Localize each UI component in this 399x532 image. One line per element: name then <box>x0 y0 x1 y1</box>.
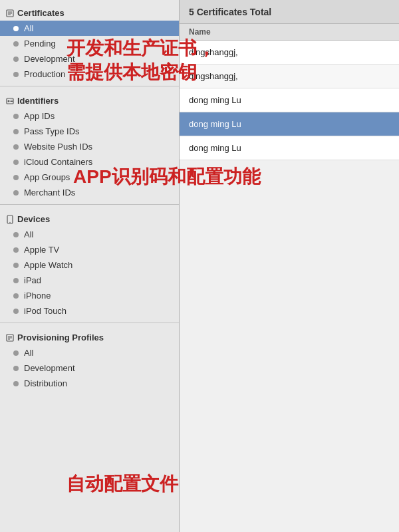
sidebar-item-app-groups[interactable]: App Groups <box>0 170 179 185</box>
sidebar-item-label: Distribution <box>24 378 67 388</box>
table-row[interactable]: dingshanggj, <box>180 65 399 88</box>
column-name: Name <box>189 27 211 37</box>
sidebar-item-apple-tv[interactable]: Apple TV <box>0 242 179 257</box>
row-name: dong ming Lu <box>189 95 241 105</box>
bullet-icon <box>13 190 19 196</box>
sidebar-item-label: All <box>24 348 33 358</box>
sidebar-section-certificates: Certificates <box>0 3 179 21</box>
sidebar-item-cert-all[interactable]: All <box>0 21 179 36</box>
bullet-icon <box>13 247 19 253</box>
sidebar-item-prov-all[interactable]: All <box>0 345 179 360</box>
divider-1 <box>0 86 179 86</box>
table-row[interactable]: dong ming Lu <box>180 88 399 112</box>
divider-3 <box>0 323 179 323</box>
sidebar-item-label: Merchant IDs <box>24 188 75 198</box>
bullet-icon <box>13 129 19 134</box>
sidebar-item-icloud-containers[interactable]: iCloud Containers <box>0 154 179 170</box>
svg-point-5 <box>8 100 10 102</box>
sidebar-item-label: Development <box>24 363 75 373</box>
sidebar-item-label: Production <box>24 69 65 79</box>
table-row[interactable]: dong ming Lu <box>180 136 399 160</box>
row-name: dingshanggj, <box>189 71 238 81</box>
device-icon <box>5 215 15 224</box>
sidebar-item-pass-type-ids[interactable]: Pass Type IDs <box>0 124 179 139</box>
bullet-icon <box>13 26 19 31</box>
sidebar-item-label: iPhone <box>24 291 51 301</box>
sidebar-item-label: App Groups <box>24 172 70 182</box>
sidebar-item-merchant-ids[interactable]: Merchant IDs <box>0 185 179 200</box>
bullet-icon <box>13 144 19 150</box>
bullet-icon <box>13 160 19 165</box>
table-header: Name <box>180 24 399 41</box>
bullet-icon <box>13 232 19 237</box>
bullet-icon <box>13 57 19 62</box>
content-header: 5 Certificates Total <box>180 0 399 24</box>
bullet-icon <box>13 381 19 386</box>
sidebar-item-label: Pending <box>24 39 56 49</box>
sidebar-item-label: All <box>24 229 33 239</box>
row-name: dong ming Lu <box>189 143 241 153</box>
sidebar-item-ipod-touch[interactable]: iPod Touch <box>0 303 179 319</box>
sidebar-section-label-identifiers: Identifiers <box>17 96 59 106</box>
bullet-icon <box>13 278 19 283</box>
certificates-count: 5 Certificates Total <box>189 7 271 17</box>
sidebar-item-iphone[interactable]: iPhone <box>0 288 179 303</box>
sidebar: Certificates All Pending Development Pro… <box>0 0 180 532</box>
sidebar-item-ipad[interactable]: iPad <box>0 273 179 288</box>
bullet-icon <box>13 366 19 371</box>
sidebar-item-label: Development <box>24 54 75 64</box>
sidebar-item-label: Pass Type IDs <box>24 126 80 136</box>
sidebar-item-cert-pending[interactable]: Pending <box>0 36 179 51</box>
sidebar-section-label-provisioning: Provisioning Profiles <box>17 332 104 342</box>
cert-icon <box>5 9 15 18</box>
sidebar-item-app-ids[interactable]: App IDs <box>0 108 179 124</box>
profile-icon <box>5 333 15 342</box>
divider-2 <box>0 204 179 205</box>
sidebar-section-provisioning: Provisioning Profiles <box>0 327 179 345</box>
sidebar-item-apple-watch[interactable]: Apple Watch <box>0 257 179 273</box>
bullet-icon <box>13 175 19 180</box>
sidebar-item-label: iPod Touch <box>24 306 66 316</box>
sidebar-item-label: App IDs <box>24 111 55 121</box>
bullet-icon <box>13 41 19 47</box>
id-icon <box>5 96 15 106</box>
bullet-icon <box>13 72 19 77</box>
sidebar-section-identifiers: Identifiers <box>0 90 179 108</box>
sidebar-section-label-devices: Devices <box>17 214 50 224</box>
sidebar-item-cert-development[interactable]: Development <box>0 51 179 66</box>
sidebar-item-cert-production[interactable]: Production <box>0 66 179 82</box>
sidebar-item-devices-all[interactable]: All <box>0 227 179 242</box>
sidebar-item-label: Website Push IDs <box>24 142 92 152</box>
sidebar-item-label: Apple TV <box>24 245 59 255</box>
bullet-icon <box>13 309 19 314</box>
sidebar-item-label: iPad <box>24 275 41 285</box>
svg-point-9 <box>9 221 10 222</box>
sidebar-section-label-certificates: Certificates <box>17 8 65 18</box>
sidebar-item-website-push-ids[interactable]: Website Push IDs <box>0 139 179 154</box>
table-row-selected[interactable]: dong ming Lu <box>180 112 399 136</box>
sidebar-section-devices: Devices <box>0 209 179 227</box>
content-body: Name dingshanggj, dingshanggj, dong ming… <box>180 24 399 532</box>
bullet-icon <box>13 350 19 356</box>
sidebar-item-label: iCloud Containers <box>24 157 92 167</box>
bullet-icon <box>13 263 19 268</box>
row-name: dingshanggj, <box>189 47 238 57</box>
bullet-icon <box>13 293 19 299</box>
sidebar-item-label: Apple Watch <box>24 260 72 270</box>
bullet-icon <box>13 114 19 119</box>
sidebar-item-label: All <box>24 23 33 33</box>
sidebar-item-prov-development[interactable]: Development <box>0 360 179 376</box>
table-row[interactable]: dingshanggj, <box>180 41 399 65</box>
row-name: dong ming Lu <box>189 119 241 129</box>
main-content: 5 Certificates Total Name dingshanggj, d… <box>180 0 399 532</box>
sidebar-item-prov-distribution[interactable]: Distribution <box>0 376 179 391</box>
